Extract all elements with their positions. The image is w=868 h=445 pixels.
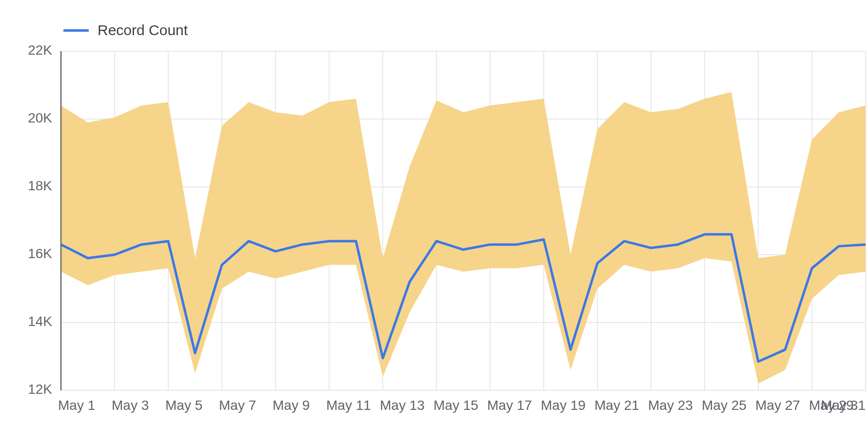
x-tick-label: May 19: [541, 398, 586, 413]
x-tick-label: May 3: [112, 398, 149, 413]
x-tick-label: May 13: [380, 398, 425, 413]
chart-canvas: 12K14K16K18K20K22KMay 1May 3May 5May 7Ma…: [0, 0, 868, 445]
x-tick-label: May 1: [58, 398, 95, 413]
x-tick-label: May 21: [594, 398, 639, 413]
y-axis-ticks: 12K14K16K18K20K22K: [28, 42, 52, 397]
y-tick-label: 14K: [28, 314, 52, 329]
y-tick-label: 20K: [28, 110, 52, 125]
x-tick-label: May 11: [326, 398, 371, 413]
x-tick-label: May 31: [821, 398, 866, 413]
y-tick-label: 12K: [28, 382, 52, 397]
legend-swatch-record-count: [63, 29, 89, 32]
x-tick-label: May 23: [648, 398, 693, 413]
x-tick-label: May 5: [165, 398, 202, 413]
x-tick-label: May 15: [434, 398, 478, 413]
x-tick-label: May 9: [273, 398, 310, 413]
time-series-chart: Record Count 12K14K16K18K20K22KMay 1May …: [0, 0, 868, 445]
y-tick-label: 16K: [28, 246, 52, 261]
x-tick-label: May 25: [702, 398, 747, 413]
confidence-band: [61, 92, 866, 384]
y-tick-label: 18K: [28, 178, 52, 193]
chart-legend: Record Count: [63, 22, 188, 39]
legend-label-record-count: Record Count: [98, 22, 188, 39]
y-tick-label: 22K: [28, 42, 52, 58]
x-axis-ticks: May 1May 3May 5May 7May 9May 11May 13May…: [58, 398, 866, 413]
x-tick-label: May 27: [755, 398, 800, 413]
x-tick-label: May 17: [487, 398, 532, 413]
x-tick-label: May 7: [219, 398, 256, 413]
